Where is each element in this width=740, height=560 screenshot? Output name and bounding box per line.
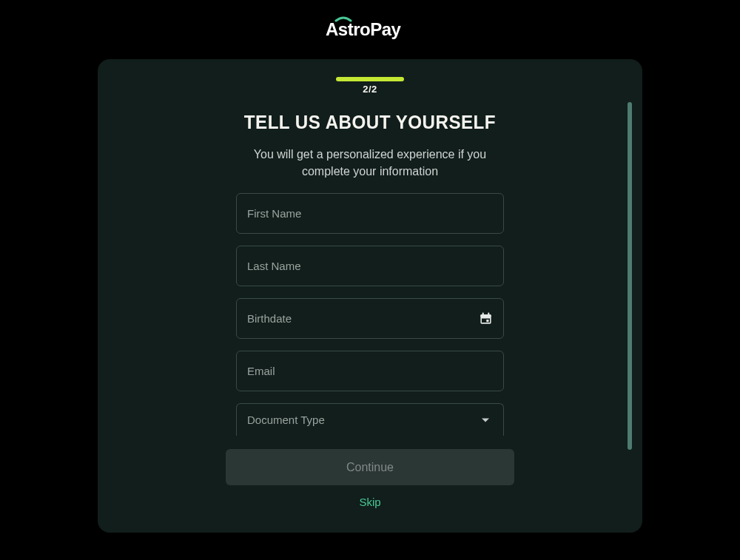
document-type-field[interactable]: Document Type [236,403,504,436]
svg-rect-4 [482,313,483,316]
skip-link[interactable]: Skip [359,496,380,508]
first-name-field[interactable]: First Name [236,193,504,234]
page-subtitle: You will get a personalized experience i… [237,146,503,180]
svg-rect-3 [486,320,488,322]
scrollbar-thumb[interactable] [628,102,632,450]
email-placeholder: Email [247,365,275,377]
page-title: TELL US ABOUT YOURSELF [244,111,496,134]
last-name-placeholder: Last Name [247,260,301,272]
profile-form: First Name Last Name Birthdate [236,193,504,436]
birthdate-placeholder: Birthdate [247,312,292,325]
email-field[interactable]: Email [236,351,504,391]
calendar-icon[interactable] [478,311,493,326]
last-name-field[interactable]: Last Name [236,246,504,286]
svg-rect-1 [480,314,491,317]
onboarding-card: 2/2 TELL US ABOUT YOURSELF You will get … [98,59,642,533]
birthdate-field[interactable]: Birthdate [236,298,504,339]
progress-indicator: 2/2 [336,77,404,95]
dropdown-arrow-icon [478,413,493,428]
progress-step-label: 2/2 [363,84,377,95]
brand-text: AstroPay [326,19,402,39]
continue-button[interactable]: Continue [226,449,514,485]
brand-logo: AstroPay [326,13,414,43]
svg-rect-5 [488,313,489,316]
first-name-placeholder: First Name [247,207,301,220]
progress-bar [336,77,404,81]
document-type-placeholder: Document Type [247,414,325,426]
